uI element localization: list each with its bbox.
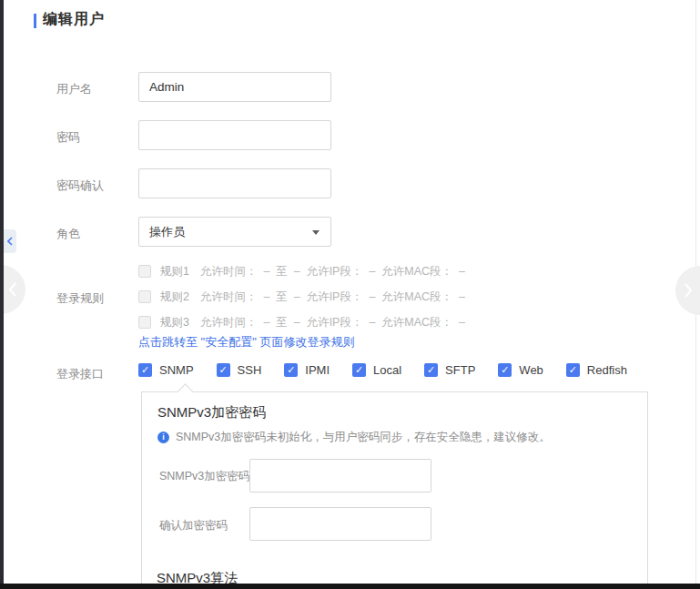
interface-label: IPMI bbox=[305, 363, 330, 377]
snmpv3-confirm-input[interactable] bbox=[249, 507, 431, 541]
snmpv3-confirm-label: 确认加密密码 bbox=[159, 518, 228, 533]
interface-label: SFTP bbox=[445, 363, 475, 377]
login-interfaces-row: ✓ SNMP ✓ SSH ✓ IPMI ✓ Local ✓ SFTP ✓ Web… bbox=[138, 363, 627, 377]
login-rules-label: 登录规则 bbox=[56, 290, 104, 307]
interface-option-snmp[interactable]: ✓ SNMP bbox=[138, 363, 194, 377]
login-rule-row: 规则1 允许时间： – 至 – 允许IP段： – 允许MAC段： – bbox=[138, 259, 465, 284]
checkbox-checked-icon[interactable]: ✓ bbox=[284, 363, 298, 377]
role-label: 角色 bbox=[56, 226, 80, 242]
rule2-checkbox[interactable] bbox=[138, 290, 151, 303]
interface-label: Local bbox=[373, 363, 401, 377]
rule-name: 规则3 bbox=[160, 315, 189, 330]
title-accent-bar bbox=[34, 14, 36, 28]
password-confirm-label: 密码确认 bbox=[56, 178, 104, 194]
interface-option-ssh[interactable]: ✓ SSH bbox=[217, 363, 262, 377]
page-title: 编辑用户 bbox=[43, 10, 105, 29]
panel-caret bbox=[177, 383, 193, 400]
checkbox-checked-icon[interactable]: ✓ bbox=[352, 363, 366, 377]
password-input[interactable] bbox=[138, 120, 331, 150]
chevron-left-icon bbox=[8, 281, 17, 298]
snmpv3-notice-text: SNMPv3加密密码未初始化，与用户密码同步，存在安全隐患，建议修改。 bbox=[176, 430, 551, 445]
checkbox-checked-icon[interactable]: ✓ bbox=[217, 363, 230, 377]
password-confirm-input[interactable] bbox=[138, 168, 331, 198]
interface-label: Redfish bbox=[587, 363, 627, 377]
security-config-link[interactable]: 点击跳转至 "安全配置" 页面修改登录规则 bbox=[138, 334, 354, 350]
snmpv3-panel: SNMPv3加密密码 i SNMPv3加密密码未初始化，与用户密码同步，存在安全… bbox=[141, 391, 648, 589]
username-label: 用户名 bbox=[56, 81, 92, 97]
snmpv3-password-label: SNMPv3加密密码 bbox=[159, 469, 249, 484]
login-rule-row: 规则3 允许时间： – 至 – 允许IP段： – 允许MAC段： – bbox=[138, 310, 465, 335]
username-input[interactable] bbox=[138, 72, 331, 102]
edit-user-page: 编辑用户 用户名 密码 密码确认 角色 操作员 登录规则 规则1 允许时间： –… bbox=[0, 0, 700, 589]
chevron-down-icon bbox=[312, 230, 320, 235]
chevron-right-icon bbox=[684, 282, 693, 299]
interface-label: SSH bbox=[238, 363, 262, 377]
interface-label: Web bbox=[519, 363, 543, 377]
role-selected-value: 操作员 bbox=[149, 225, 185, 239]
interface-option-sftp[interactable]: ✓ SFTP bbox=[424, 363, 475, 377]
rule3-checkbox[interactable] bbox=[138, 316, 151, 329]
interface-option-local[interactable]: ✓ Local bbox=[352, 363, 401, 377]
login-interfaces-label: 登录接口 bbox=[56, 366, 104, 382]
checkbox-checked-icon[interactable]: ✓ bbox=[138, 363, 152, 377]
rule-detail: 允许时间： – 至 – 允许IP段： – 允许MAC段： – bbox=[200, 264, 465, 279]
password-label: 密码 bbox=[56, 129, 80, 146]
checkbox-checked-icon[interactable]: ✓ bbox=[498, 363, 512, 377]
rule-name: 规则2 bbox=[160, 289, 189, 305]
rule1-checkbox[interactable] bbox=[138, 265, 151, 278]
carousel-prev-button[interactable] bbox=[0, 265, 25, 314]
login-rule-row: 规则2 允许时间： – 至 – 允许IP段： – 允许MAC段： – bbox=[138, 284, 465, 310]
window-bottom-edge bbox=[0, 584, 700, 589]
sidebar-collapse-button[interactable] bbox=[4, 229, 16, 253]
snmpv3-password-input[interactable] bbox=[249, 459, 431, 493]
rule-name: 规则1 bbox=[160, 264, 189, 279]
interface-option-redfish[interactable]: ✓ Redfish bbox=[566, 363, 627, 377]
snmpv3-panel-title: SNMPv3加密密码 bbox=[157, 404, 266, 421]
carousel-next-button[interactable] bbox=[675, 266, 700, 315]
window-left-edge bbox=[0, 0, 4, 589]
rule-detail: 允许时间： – 至 – 允许IP段： – 允许MAC段： – bbox=[200, 315, 465, 330]
chevron-left-icon bbox=[7, 237, 13, 246]
login-rules-list: 规则1 允许时间： – 至 – 允许IP段： – 允许MAC段： – 规则2 允… bbox=[138, 259, 465, 335]
checkbox-checked-icon[interactable]: ✓ bbox=[424, 363, 438, 377]
rule-detail: 允许时间： – 至 – 允许IP段： – 允许MAC段： – bbox=[200, 289, 465, 305]
info-icon: i bbox=[157, 432, 169, 443]
interface-option-ipmi[interactable]: ✓ IPMI bbox=[284, 363, 330, 377]
snmpv3-notice: i SNMPv3加密密码未初始化，与用户密码同步，存在安全隐患，建议修改。 bbox=[157, 430, 551, 445]
interface-option-web[interactable]: ✓ Web bbox=[498, 363, 543, 377]
interface-label: SNMP bbox=[159, 363, 194, 377]
checkbox-checked-icon[interactable]: ✓ bbox=[566, 363, 580, 377]
role-select[interactable]: 操作员 bbox=[138, 217, 331, 247]
